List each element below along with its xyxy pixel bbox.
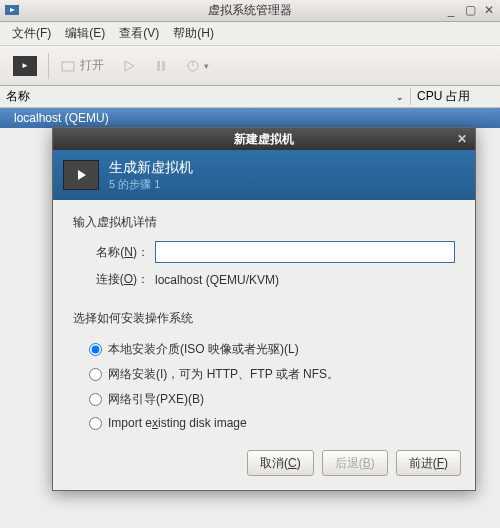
pause-button[interactable] [147, 51, 175, 81]
maximize-button[interactable]: ▢ [461, 2, 479, 18]
forward-button[interactable]: 前进(F) [396, 450, 461, 476]
svg-rect-5 [162, 61, 165, 71]
cancel-button[interactable]: 取消(C) [247, 450, 314, 476]
window-title: 虚拟系统管理器 [208, 2, 292, 19]
dialog-header: 生成新虚拟机 5 的步骤 1 [53, 150, 475, 200]
opt-import-disk[interactable]: Import existing disk image [73, 412, 455, 434]
column-name[interactable]: 名称 [6, 88, 30, 105]
opt-pxe-radio[interactable] [89, 393, 102, 406]
open-icon [60, 58, 76, 74]
dialog-heading: 生成新虚拟机 [109, 159, 193, 177]
app-icon [4, 2, 20, 18]
column-cpu[interactable]: CPU 占用 [410, 88, 500, 105]
menubar: 文件(F) 编辑(E) 查看(V) 帮助(H) [0, 22, 500, 46]
connection-value: localhost (QEMU/KVM) [155, 273, 279, 287]
menu-help[interactable]: 帮助(H) [167, 22, 220, 45]
opt-pxe[interactable]: 网络引导(PXE)(B) [73, 387, 455, 412]
dialog-close-button[interactable]: ✕ [457, 132, 471, 146]
shutdown-button[interactable]: ▾ [179, 51, 216, 81]
pause-icon [154, 59, 168, 73]
host-row[interactable]: localhost (QEMU) [0, 108, 500, 128]
svg-rect-4 [157, 61, 160, 71]
opt-import-disk-radio[interactable] [89, 417, 102, 430]
connection-label: 连接(O)： [89, 271, 155, 288]
toolbar: 打开 ▾ [0, 46, 500, 86]
section-install-method: 选择如何安装操作系统 [73, 310, 455, 327]
main-titlebar: 虚拟系统管理器 _ ▢ ✕ [0, 0, 500, 22]
svg-marker-3 [125, 61, 134, 71]
menu-file[interactable]: 文件(F) [6, 22, 57, 45]
dialog-step: 5 的步骤 1 [109, 177, 193, 192]
opt-network-install[interactable]: 网络安装(I)，可为 HTTP、FTP 或者 NFS。 [73, 362, 455, 387]
play-icon [122, 59, 136, 73]
sort-icon: ⌄ [396, 92, 404, 102]
new-vm-dialog: 新建虚拟机 ✕ 生成新虚拟机 5 的步骤 1 输入虚拟机详情 名称(N)： 连接… [52, 127, 476, 491]
vm-icon [63, 160, 99, 190]
run-button[interactable] [115, 51, 143, 81]
power-icon [186, 59, 200, 73]
column-headers: 名称⌄ CPU 占用 [0, 86, 500, 108]
menu-edit[interactable]: 编辑(E) [59, 22, 111, 45]
back-button: 后退(B) [322, 450, 388, 476]
name-input[interactable] [155, 241, 455, 263]
new-vm-button[interactable] [6, 51, 44, 81]
monitor-icon [13, 56, 37, 76]
divider [48, 53, 49, 79]
name-label: 名称(N)： [89, 244, 155, 261]
svg-marker-8 [78, 170, 86, 180]
minimize-button[interactable]: _ [442, 2, 460, 18]
close-button[interactable]: ✕ [480, 2, 498, 18]
chevron-down-icon: ▾ [204, 61, 209, 71]
open-button[interactable]: 打开 [53, 51, 111, 81]
opt-network-install-radio[interactable] [89, 368, 102, 381]
opt-local-media-radio[interactable] [89, 343, 102, 356]
menu-view[interactable]: 查看(V) [113, 22, 165, 45]
opt-local-media[interactable]: 本地安装介质(ISO 映像或者光驱)(L) [73, 337, 455, 362]
dialog-titlebar: 新建虚拟机 ✕ [53, 128, 475, 150]
section-vm-details: 输入虚拟机详情 [73, 214, 455, 231]
svg-rect-2 [62, 62, 74, 71]
